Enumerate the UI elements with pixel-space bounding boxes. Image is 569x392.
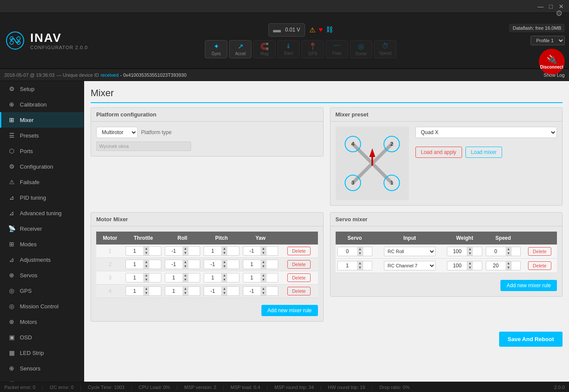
sidebar-item-modes[interactable]: ⊞ Modes <box>0 236 84 252</box>
yaw-up[interactable]: ▲ <box>261 247 267 251</box>
pitch-up[interactable]: ▲ <box>221 247 227 251</box>
servo-speed-down[interactable]: ▼ <box>506 266 512 270</box>
preset-type-select[interactable]: Quad X Quad + Tricopter Hex <box>415 127 557 138</box>
add-servo-mixer-rule-button[interactable]: Add new mixer rule <box>500 280 557 291</box>
servo-num-up[interactable]: ▲ <box>357 247 363 251</box>
servo-speed-down[interactable]: ▼ <box>506 251 512 256</box>
sidebar-item-led-strip[interactable]: ▦ LED Strip <box>0 345 84 361</box>
sidebar-item-calibration[interactable]: ⊕ Calibration <box>0 97 84 112</box>
servo-input-select[interactable]: RC Roll RC Pitch RC Yaw RC Throttle RC C… <box>384 247 436 256</box>
load-mixer-button[interactable]: Load mixer <box>465 147 502 158</box>
throttle-up[interactable]: ▲ <box>143 287 149 291</box>
servo-num-down[interactable]: ▼ <box>357 266 363 270</box>
load-and-apply-button[interactable]: Load and apply <box>415 147 462 158</box>
show-log-button[interactable]: Show Log <box>544 72 565 78</box>
pitch-down[interactable]: ▼ <box>221 291 227 295</box>
yaw-down[interactable]: ▼ <box>261 291 267 295</box>
yaw-up[interactable]: ▲ <box>261 287 267 291</box>
delete-row-2-button[interactable]: Delete <box>287 260 311 269</box>
sidebar-item-advanced-tuning[interactable]: ⊿ Advanced tuning <box>0 205 84 221</box>
yaw-up[interactable]: ▲ <box>261 273 267 278</box>
servo-number-input[interactable] <box>338 261 357 270</box>
disconnect-button[interactable]: 🔌 Disconnect <box>539 49 565 75</box>
servo-speed-input[interactable] <box>486 247 506 256</box>
servo-speed-up[interactable]: ▲ <box>506 247 512 251</box>
pitch-down[interactable]: ▼ <box>221 251 227 255</box>
servo-weight-up[interactable]: ▲ <box>467 261 473 266</box>
delete-row-3-button[interactable]: Delete <box>287 273 311 282</box>
roll-input[interactable] <box>165 287 182 295</box>
servo-num-down[interactable]: ▼ <box>357 251 363 256</box>
roll-up[interactable]: ▲ <box>182 273 189 278</box>
sidebar-item-adjustments[interactable]: ⊿ Adjustments <box>0 252 84 267</box>
throttle-down[interactable]: ▼ <box>143 278 149 282</box>
sidebar-item-motors[interactable]: ⊕ Motors <box>0 314 84 329</box>
sidebar-item-gps[interactable]: ◎ GPS <box>0 283 84 298</box>
yaw-input[interactable] <box>243 287 261 295</box>
sidebar-item-presets[interactable]: ☰ Presets <box>0 128 84 143</box>
roll-down[interactable]: ▼ <box>182 278 189 282</box>
throttle-input[interactable] <box>126 273 143 282</box>
profile-select[interactable]: Profile 1 Profile 2 Profile 3 <box>531 36 565 45</box>
yaw-up[interactable]: ▲ <box>261 260 267 264</box>
sidebar-item-sensors[interactable]: ⊕ Sensors <box>0 361 84 376</box>
sidebar-item-mixer[interactable]: ⊞ Mixer <box>0 112 84 128</box>
pitch-down[interactable]: ▼ <box>221 278 227 282</box>
pitch-down[interactable]: ▼ <box>221 264 227 269</box>
sidebar-item-pid-tuning[interactable]: ⊿ PID tuning <box>0 190 84 205</box>
servo-weight-input[interactable] <box>447 261 467 270</box>
servo-weight-down[interactable]: ▼ <box>467 266 473 270</box>
yaw-down[interactable]: ▼ <box>261 251 267 255</box>
throttle-input[interactable] <box>126 247 143 255</box>
yaw-down[interactable]: ▼ <box>261 264 267 269</box>
servo-num-up[interactable]: ▲ <box>357 261 363 266</box>
sidebar-item-configuration[interactable]: ⚙ Configuration <box>0 159 84 174</box>
sidebar-item-failsafe[interactable]: ⚠ Failsafe <box>0 174 84 190</box>
pitch-input[interactable] <box>204 247 221 255</box>
servo-speed-input[interactable] <box>486 261 506 270</box>
pitch-up[interactable]: ▲ <box>221 260 227 264</box>
servo-speed-up[interactable]: ▲ <box>506 261 512 266</box>
servo-weight-down[interactable]: ▼ <box>467 251 473 256</box>
pitch-input[interactable] <box>204 273 221 282</box>
roll-up[interactable]: ▲ <box>182 287 189 291</box>
platform-type-select[interactable]: Multirotor Fixed wing <box>96 127 138 138</box>
roll-input[interactable] <box>165 260 182 269</box>
roll-down[interactable]: ▼ <box>182 291 189 295</box>
sidebar-item-osd[interactable]: ▣ OSD <box>0 329 84 345</box>
throttle-up[interactable]: ▲ <box>143 273 149 278</box>
delete-servo-row-2-button[interactable]: Delete <box>528 261 551 270</box>
sidebar-item-ports[interactable]: ⬡ Ports <box>0 143 84 159</box>
delete-row-1-button[interactable]: Delete <box>287 247 311 255</box>
yaw-input[interactable] <box>243 273 261 282</box>
yaw-input[interactable] <box>243 247 261 255</box>
add-motor-mixer-rule-button[interactable]: Add new mixer rule <box>261 305 318 316</box>
roll-down[interactable]: ▼ <box>182 264 189 269</box>
delete-row-4-button[interactable]: Delete <box>287 287 311 295</box>
sidebar-item-servos[interactable]: ⊕ Servos <box>0 267 84 283</box>
roll-up[interactable]: ▲ <box>182 260 189 264</box>
pitch-up[interactable]: ▲ <box>221 287 227 291</box>
throttle-down[interactable]: ▼ <box>143 291 149 295</box>
yaw-input[interactable] <box>243 260 261 269</box>
pitch-up[interactable]: ▲ <box>221 273 227 278</box>
roll-input[interactable] <box>165 247 182 255</box>
throttle-input[interactable] <box>126 287 143 295</box>
pitch-input[interactable] <box>204 260 221 269</box>
servo-weight-input[interactable] <box>447 247 467 256</box>
roll-down[interactable]: ▼ <box>182 251 189 255</box>
pitch-input[interactable] <box>204 287 221 295</box>
servo-weight-up[interactable]: ▲ <box>467 247 473 251</box>
throttle-input[interactable] <box>126 260 143 269</box>
sidebar-item-setup[interactable]: ⚙ Setup <box>0 81 84 97</box>
sidebar-item-tethered-logging[interactable]: ☰ Tethered Logging <box>0 376 84 382</box>
throttle-down[interactable]: ▼ <box>143 264 149 269</box>
roll-input[interactable] <box>165 273 182 282</box>
servo-number-input[interactable] <box>338 247 357 256</box>
roll-up[interactable]: ▲ <box>182 247 189 251</box>
sidebar-item-mission-control[interactable]: ◎ Mission Control <box>0 298 84 314</box>
throttle-up[interactable]: ▲ <box>143 260 149 264</box>
throttle-down[interactable]: ▼ <box>143 251 149 255</box>
settings-icon[interactable]: ⚙ <box>553 6 565 20</box>
sidebar-item-receiver[interactable]: 📡 Receiver <box>0 221 84 236</box>
